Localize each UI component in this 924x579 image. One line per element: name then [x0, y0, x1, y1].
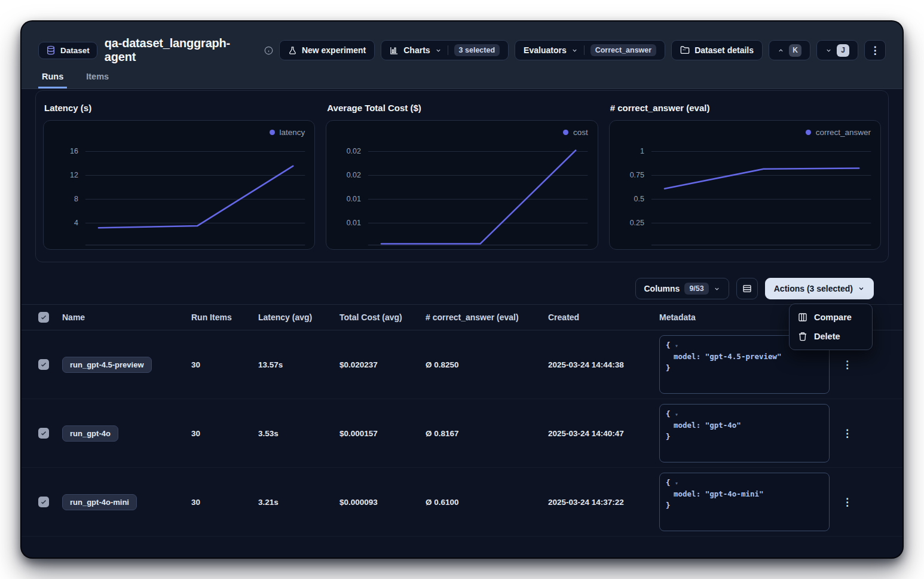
info-icon[interactable] — [264, 46, 273, 55]
flask-icon — [288, 46, 297, 55]
page-header: Dataset qa-dataset_langgraph-agent — [22, 22, 902, 89]
columns-count-badge: 9/53 — [684, 283, 708, 295]
trash-icon — [798, 332, 807, 341]
chevron-down-icon — [858, 285, 865, 292]
chevron-down-icon — [435, 47, 442, 54]
chart-1: Average Total Cost ($)cost0.020.020.010.… — [326, 99, 598, 250]
total-cost-cell: $0.000093 — [339, 498, 426, 507]
actions-button[interactable]: Actions (3 selected) — [765, 278, 874, 299]
legend-dot-icon — [563, 130, 568, 135]
actions-dropdown-menu: Compare Delete — [789, 304, 873, 350]
correct-answer-cell: Ø 0.8167 — [426, 429, 548, 438]
row-checkbox[interactable] — [38, 359, 49, 370]
kebab-menu-icon: ⋮ — [870, 45, 880, 56]
chart-title: # correct_answer (eval) — [610, 103, 881, 113]
row-checkbox[interactable] — [38, 428, 49, 439]
run-name-badge[interactable]: run_gpt-4o-mini — [62, 494, 137, 510]
latency-cell: 13.57s — [258, 360, 339, 369]
svg-text:16: 16 — [70, 148, 78, 156]
column-header-latency[interactable]: Latency (avg) — [258, 313, 339, 322]
metadata-json-box[interactable]: { ▾ model: "gpt-4o" } — [659, 404, 830, 462]
row-actions-menu-icon[interactable]: ⋮ — [834, 359, 852, 370]
compare-label: Compare — [814, 313, 852, 322]
chart-title: Average Total Cost ($) — [327, 103, 598, 113]
shortcut-key-k: K — [789, 44, 801, 57]
table-row[interactable]: run_gpt-4o-mini 30 3.21s $0.000093 Ø 0.6… — [22, 468, 902, 537]
legend-label: latency — [280, 128, 305, 137]
nav-down-button[interactable]: J — [816, 40, 858, 60]
collapse-chevron-icon[interactable]: ▾ — [675, 411, 678, 418]
created-cell: 2025-03-24 14:37:22 — [548, 498, 659, 507]
divider — [448, 45, 448, 55]
legend-label: correct_answer — [816, 128, 871, 137]
chevron-down-icon — [714, 286, 720, 292]
table-toolbar: Columns 9/53 Actions (3 selected) — [22, 262, 902, 299]
legend-label: cost — [573, 128, 588, 137]
chart-plot-area: cost0.020.020.010.01 — [326, 120, 598, 250]
nav-up-button[interactable]: K — [769, 40, 810, 60]
column-header-correct-answer[interactable]: # correct_answer (eval) — [426, 313, 548, 322]
svg-text:0.01: 0.01 — [347, 219, 361, 227]
dataset-details-button[interactable]: Dataset details — [671, 40, 763, 60]
row-actions-menu-icon[interactable]: ⋮ — [834, 497, 852, 508]
chevron-down-icon — [571, 47, 578, 54]
menu-item-delete[interactable]: Delete — [793, 327, 868, 346]
dataset-badge-label: Dataset — [60, 46, 90, 55]
column-header-created[interactable]: Created — [548, 313, 659, 322]
correct-answer-cell: Ø 0.8250 — [426, 360, 548, 369]
new-experiment-label: New experiment — [302, 45, 366, 55]
collapse-chevron-icon[interactable]: ▾ — [675, 480, 678, 486]
collapse-chevron-icon[interactable]: ▾ — [675, 342, 678, 349]
total-cost-cell: $0.020237 — [339, 360, 426, 369]
tab-items[interactable]: Items — [82, 72, 112, 88]
columns-button[interactable]: Columns 9/53 — [635, 278, 729, 299]
svg-text:0.02: 0.02 — [347, 148, 361, 156]
delete-label: Delete — [814, 332, 840, 341]
run-items-cell: 30 — [191, 360, 258, 369]
charts-row: Latency (s)latency161284Average Total Co… — [43, 99, 881, 250]
svg-text:0.5: 0.5 — [634, 195, 644, 203]
more-options-button[interactable]: ⋮ — [864, 40, 886, 60]
row-actions-menu-icon[interactable]: ⋮ — [834, 428, 852, 439]
dataset-type-badge: Dataset — [38, 42, 97, 59]
legend-dot-icon — [806, 130, 811, 135]
run-name-badge[interactable]: run_gpt-4o — [62, 425, 118, 442]
svg-text:0.75: 0.75 — [629, 171, 644, 179]
chart-legend: cost — [563, 128, 588, 137]
new-experiment-button[interactable]: New experiment — [279, 40, 375, 60]
svg-text:0.02: 0.02 — [347, 171, 361, 179]
row-checkbox[interactable] — [38, 497, 49, 507]
run-name-badge[interactable]: run_gpt-4.5-preview — [62, 357, 152, 373]
table-header-row: Name Run Items Latency (avg) Total Cost … — [22, 304, 902, 330]
latency-cell: 3.21s — [258, 498, 339, 507]
correct-answer-cell: Ø 0.6100 — [426, 498, 548, 507]
shortcut-key-j: J — [837, 44, 849, 57]
charts-section: Latency (s)latency161284Average Total Co… — [35, 90, 889, 262]
total-cost-cell: $0.000157 — [339, 429, 426, 438]
charts-button[interactable]: Charts 3 selected — [381, 40, 509, 60]
chart-legend: latency — [270, 128, 305, 137]
column-header-total-cost[interactable]: Total Cost (avg) — [339, 313, 426, 322]
table-row[interactable]: run_gpt-4o 30 3.53s $0.000157 Ø 0.8167 2… — [22, 399, 902, 468]
menu-item-compare[interactable]: Compare — [793, 308, 868, 327]
table-row[interactable]: run_gpt-4.5-preview 30 13.57s $0.020237 … — [22, 330, 902, 399]
column-header-run-items[interactable]: Run Items — [191, 313, 258, 322]
metadata-json-box[interactable]: { ▾ model: "gpt-4o-mini" } — [659, 473, 830, 531]
tab-runs[interactable]: Runs — [38, 72, 67, 88]
row-height-button[interactable] — [736, 278, 758, 299]
column-header-name[interactable]: Name — [62, 313, 191, 322]
folder-icon — [680, 45, 690, 55]
select-all-checkbox[interactable] — [38, 312, 49, 323]
chart-title: Latency (s) — [44, 103, 315, 113]
evaluators-button[interactable]: Evaluators Correct_answer — [515, 40, 665, 60]
svg-text:1: 1 — [640, 148, 644, 156]
svg-text:8: 8 — [74, 195, 78, 203]
chart-2: # correct_answer (eval)correct_answer10.… — [609, 99, 881, 250]
run-items-cell: 30 — [191, 498, 258, 507]
created-cell: 2025-03-24 14:40:47 — [548, 429, 659, 438]
svg-text:4: 4 — [74, 219, 78, 227]
chevron-up-icon — [778, 47, 784, 54]
actions-label: Actions (3 selected) — [774, 284, 853, 293]
dataset-details-label: Dataset details — [694, 45, 754, 55]
database-icon — [46, 45, 56, 55]
